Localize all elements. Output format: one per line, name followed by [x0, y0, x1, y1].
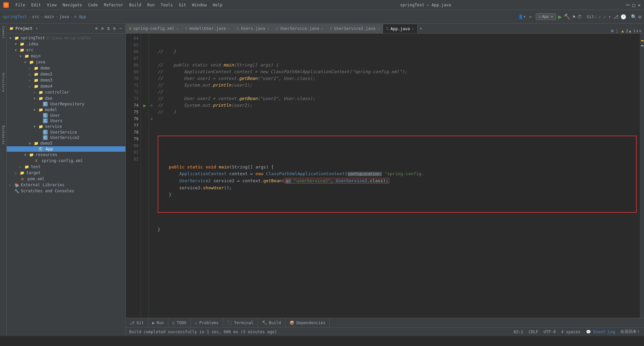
tree-item-user[interactable]: C User: [7, 113, 125, 118]
breadcrumb-main[interactable]: main: [44, 14, 54, 19]
settings-icon[interactable]: ⚙: [639, 14, 641, 19]
search-icon[interactable]: 🔍: [631, 14, 637, 19]
bottom-tab-build[interactable]: 🔨 Build: [258, 318, 285, 328]
tree-item-service[interactable]: ▼ 📁 service: [7, 123, 125, 130]
tree-item-dao[interactable]: ▼ 📁 dao: [7, 95, 125, 101]
menu-view[interactable]: View: [44, 2, 59, 8]
activity-bookmarks[interactable]: Bookmarks: [1, 124, 6, 146]
menu-help[interactable]: Help: [210, 2, 225, 8]
tree-item-spring-config[interactable]: X spring-config.xml: [7, 158, 125, 164]
bottom-tab-git[interactable]: ⎇ Git: [126, 318, 148, 328]
event-log-button[interactable]: 💬 Event Log: [586, 330, 615, 334]
activity-structure[interactable]: Structure: [1, 71, 6, 94]
bottom-tab-problems[interactable]: ⚠ Problems: [191, 318, 223, 328]
tree-item-userservice2[interactable]: C UserService2: [7, 135, 125, 140]
tree-item-java[interactable]: ▼ 📁 java: [7, 59, 125, 65]
menu-build[interactable]: Build: [126, 2, 144, 8]
minimize-sidebar-icon[interactable]: ─: [118, 26, 123, 31]
collapse-all-icon[interactable]: ≡: [100, 26, 105, 31]
tree-item-demo3[interactable]: ▷ 📁 demo3: [7, 77, 125, 83]
tab-close-app-java[interactable]: ✕: [412, 27, 414, 31]
tree-item-external-libs[interactable]: ▷ 📚 External Libraries: [7, 182, 125, 188]
tree-item-demo5[interactable]: ▼ 📁 demo5: [7, 140, 125, 146]
tab-close-spring-config[interactable]: ✕: [176, 27, 178, 31]
bottom-tab-run[interactable]: ▶ Run: [148, 318, 168, 328]
expand-all-icon[interactable]: ≣: [106, 26, 111, 31]
settings-tree-icon[interactable]: ⚙: [112, 26, 117, 31]
tree-item-pom[interactable]: m pom.xml: [7, 176, 125, 182]
expand-warnings-icon[interactable]: ∧: [636, 29, 639, 33]
tree-item-idea[interactable]: ▼ 📁 .idea: [7, 41, 125, 47]
tree-item-scratches[interactable]: 🔧 Scratches and Consoles: [7, 188, 125, 194]
menu-refactor[interactable]: Refactor: [101, 2, 126, 8]
tab-spring-config[interactable]: X spring-config.xml ✕: [126, 24, 182, 33]
minimize-button[interactable]: ─: [626, 1, 630, 8]
history-icon[interactable]: 🕐: [621, 14, 626, 19]
run-config-selector[interactable]: ⊙ App ▾: [536, 13, 556, 20]
git-pull-icon[interactable]: ↑: [608, 14, 611, 19]
status-encoding[interactable]: UTF-8: [544, 330, 556, 334]
build-button[interactable]: 🔨: [564, 13, 571, 20]
tree-item-target[interactable]: ▷ 📁 target: [7, 170, 125, 176]
tree-item-demo2[interactable]: ▷ 📁 demo2: [7, 71, 125, 77]
menu-edit[interactable]: Edit: [29, 2, 44, 8]
status-indent[interactable]: 4 spaces: [561, 330, 581, 334]
bottom-tab-dependencies[interactable]: 📦 Dependencies: [285, 318, 330, 328]
git-push-icon[interactable]: ✓: [603, 14, 606, 19]
tab-close-userservice-java[interactable]: ✕: [321, 27, 323, 31]
tab-userservice-java[interactable]: C UserService.java ✕: [273, 24, 327, 33]
breadcrumb-src[interactable]: src: [32, 14, 39, 19]
tree-item-userrepository[interactable]: C UserRepository: [7, 101, 125, 107]
bottom-tab-todo[interactable]: ☑ TODO: [168, 318, 191, 328]
menu-run[interactable]: Run: [145, 2, 157, 8]
tab-user-java[interactable]: C model\User.java ✕: [182, 24, 233, 33]
bottom-tab-terminal[interactable]: ⬛ Terminal: [223, 318, 258, 328]
tree-item-demo4[interactable]: ▷ 📁 demo4: [7, 83, 125, 89]
breadcrumb-project[interactable]: springTest: [3, 14, 27, 19]
tree-item-userservice[interactable]: C UserService: [7, 130, 125, 135]
split-editor-icon[interactable]: ⊞: [611, 29, 613, 33]
profile-icon[interactable]: 👤▾: [518, 14, 526, 19]
activity-commit[interactable]: Commit: [1, 25, 6, 41]
close-button[interactable]: ✕: [638, 2, 641, 8]
menu-file[interactable]: File: [13, 2, 28, 8]
tab-app-java[interactable]: C App.java ✕: [383, 24, 418, 33]
breadcrumb-java[interactable]: java: [59, 14, 69, 19]
more-tabs-icon[interactable]: ▾: [418, 26, 424, 31]
menu-code[interactable]: Code: [86, 2, 101, 8]
tree-item-users[interactable]: C Users: [7, 118, 125, 123]
tab-close-user-java[interactable]: ✕: [228, 27, 230, 31]
maximize-button[interactable]: □: [632, 2, 635, 8]
profiler-button[interactable]: ⏱: [577, 14, 582, 19]
git-branch-icon[interactable]: ⎇: [613, 14, 619, 19]
tree-item-resources[interactable]: ▼ 📁 resources: [7, 152, 125, 158]
coverage-button[interactable]: ⚑: [573, 14, 575, 19]
project-dropdown-icon[interactable]: ▾: [36, 27, 38, 30]
tree-item-controller[interactable]: ▷ 📁 controller: [7, 89, 125, 95]
run-button[interactable]: ▶: [558, 13, 562, 20]
breadcrumb-file[interactable]: ⊙ App: [74, 14, 86, 19]
tab-close-users-java[interactable]: ✕: [267, 27, 269, 31]
code-content[interactable]: // } // public static void main(String[]…: [154, 34, 640, 318]
tree-item-test[interactable]: ▷ 📁 test: [7, 164, 125, 170]
tree-item-demo[interactable]: ▷ 📁 demo: [7, 65, 125, 71]
git-commit-icon[interactable]: ✓: [598, 14, 601, 19]
menu-tools[interactable]: Tools: [158, 2, 175, 8]
tree-item-main[interactable]: ▼ 📁 main: [7, 53, 125, 59]
tree-item-src[interactable]: ▼ 📁 src: [7, 47, 125, 53]
tree-item-springtest[interactable]: ▼ 📁 springTest D:\java-ee\springTes: [7, 35, 125, 41]
locate-file-icon[interactable]: ⊕: [94, 26, 99, 31]
menu-navigate[interactable]: Navigate: [60, 2, 85, 8]
menu-window[interactable]: Window: [190, 2, 209, 8]
navigate-back-icon[interactable]: ←: [529, 13, 532, 20]
more-editor-options-icon[interactable]: ⋮: [615, 29, 619, 33]
tree-item-app[interactable]: C App: [7, 146, 125, 152]
status-line-ending[interactable]: CRLF: [529, 330, 538, 334]
tree-item-model[interactable]: ▼ 📁 model: [7, 107, 125, 113]
tab-userservice2-java[interactable]: C UserService2.java ✕: [327, 24, 383, 33]
status-position[interactable]: 82:1: [514, 330, 523, 334]
gutter-run-74[interactable]: ▶: [142, 102, 148, 109]
menu-git[interactable]: Git: [176, 2, 189, 8]
tab-users-java[interactable]: C Users.java ✕: [233, 24, 273, 33]
tab-close-userservice2-java[interactable]: ✕: [377, 27, 379, 31]
